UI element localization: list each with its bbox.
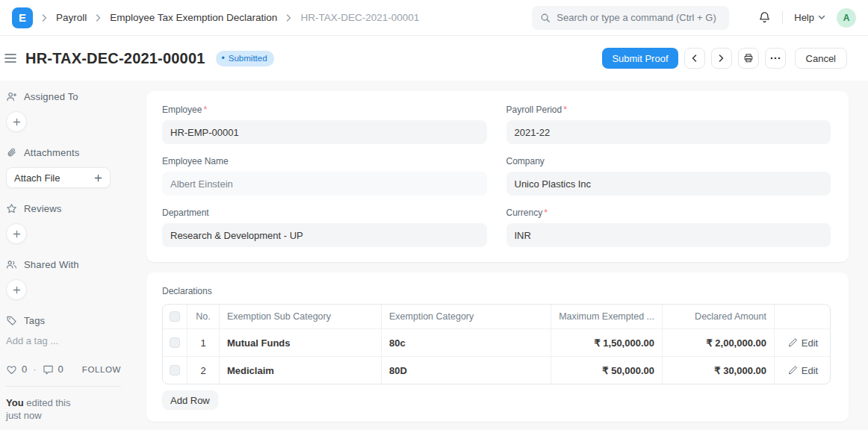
add-assignment-button[interactable] <box>6 111 27 132</box>
column-header-sub-category: Exemption Sub Category <box>220 305 382 328</box>
cancel-button[interactable]: Cancel <box>795 48 847 69</box>
page-body: Assigned To Attachments Attach File <box>0 81 868 430</box>
activity-info: You edited this just now <box>6 397 121 423</box>
user-avatar[interactable]: A <box>837 8 856 28</box>
column-header-declared-amount: Declared Amount <box>663 305 775 328</box>
cell-sub-category[interactable]: Mutual Funds <box>220 329 382 356</box>
add-row-button[interactable]: Add Row <box>162 390 218 410</box>
breadcrumb-item-payroll[interactable]: Payroll <box>56 12 87 23</box>
heart-icon[interactable] <box>6 364 17 375</box>
print-button[interactable] <box>738 48 759 69</box>
shared-with-label: Shared With <box>24 259 79 270</box>
company-input[interactable]: Unico Plastics Inc <box>506 172 831 196</box>
submit-proof-button[interactable]: Submit Proof <box>602 48 678 69</box>
cell-declared-amount[interactable]: ₹ 30,000.00 <box>663 357 775 384</box>
row-number: 1 <box>187 329 220 356</box>
comment-count: 0 <box>58 364 63 375</box>
required-marker: * <box>203 105 207 115</box>
declarations-table: No. Exemption Sub Category Exemption Cat… <box>162 304 831 384</box>
table-row[interactable]: 2 Mediclaim 80D ₹ 50,000.00 ₹ 30,000.00 … <box>163 356 830 384</box>
add-review-button[interactable] <box>6 223 27 244</box>
company-field: Company Unico Plastics Inc <box>506 156 831 196</box>
column-header-category: Exemption Category <box>382 305 551 328</box>
like-count: 0 <box>22 364 27 375</box>
search-icon <box>540 13 551 23</box>
declarations-section-label: Declarations <box>162 286 831 296</box>
paperclip-icon <box>6 147 17 158</box>
required-marker: * <box>544 208 548 218</box>
employee-name-input: Albert Einstein <box>162 172 487 196</box>
employee-field: Employee* HR-EMP-00001 <box>162 105 487 144</box>
reviews-section: Reviews <box>6 203 121 244</box>
select-all-checkbox[interactable] <box>170 311 180 322</box>
assigned-to-label: Assigned To <box>24 91 78 102</box>
field-label: Company <box>506 156 831 166</box>
page-title: HR-TAX-DEC-2021-00001 <box>25 50 205 67</box>
next-document-button[interactable] <box>711 48 732 69</box>
form-main: Employee* HR-EMP-00001 Payroll Period* 2… <box>142 81 868 430</box>
pencil-icon <box>788 338 797 347</box>
cell-max-exempted[interactable]: ₹ 1,50,000.00 <box>551 329 663 356</box>
comment-icon[interactable] <box>43 364 54 375</box>
reviews-label: Reviews <box>24 203 62 214</box>
field-label: Department <box>162 208 487 218</box>
edit-row-button[interactable]: Edit <box>788 337 818 349</box>
add-share-button[interactable] <box>6 279 27 300</box>
row-number: 2 <box>187 357 220 384</box>
activity-action: edited this <box>26 397 70 408</box>
attachments-label: Attachments <box>24 147 79 158</box>
sidebar-footer: 0 · 0 FOLLOW You edited this just now <box>6 364 121 423</box>
add-tag-input[interactable]: Add a tag ... <box>6 335 121 346</box>
follow-button[interactable]: FOLLOW <box>82 365 121 374</box>
global-search[interactable] <box>532 6 729 30</box>
chevron-down-icon <box>818 15 825 20</box>
cell-max-exempted[interactable]: ₹ 50,000.00 <box>551 357 663 384</box>
column-header-max-exempted: Maximum Exempted ... <box>551 305 663 328</box>
cell-category[interactable]: 80c <box>382 329 551 356</box>
field-label: Employee* <box>162 105 487 115</box>
navbar: E Payroll Employee Tax Exemption Declara… <box>0 0 868 36</box>
help-menu[interactable]: Help <box>794 12 825 23</box>
employee-name-field: Employee Name Albert Einstein <box>162 156 487 196</box>
activity-actor: You <box>6 397 24 408</box>
page-head: HR-TAX-DEC-2021-00001 • Submitted Submit… <box>0 36 868 81</box>
row-checkbox[interactable] <box>170 365 180 376</box>
chevron-right-icon <box>285 13 292 22</box>
status-badge: • Submitted <box>216 51 274 66</box>
currency-field: Currency* INR <box>506 208 831 247</box>
menu-dots-button[interactable] <box>765 48 786 69</box>
cell-sub-category[interactable]: Mediclaim <box>220 357 382 384</box>
field-label: Employee Name <box>162 156 487 166</box>
form-sidebar: Assigned To Attachments Attach File <box>0 81 142 430</box>
payroll-period-input[interactable]: 2021-22 <box>506 120 831 144</box>
department-input[interactable]: Research & Development - UP <box>162 223 487 247</box>
assign-user-icon <box>6 91 17 102</box>
currency-input[interactable]: INR <box>506 223 831 247</box>
tags-section: Tags Add a tag ... <box>6 315 121 346</box>
shared-with-section: Shared With <box>6 259 121 300</box>
status-label: Submitted <box>229 54 267 63</box>
divider <box>782 11 783 25</box>
details-card: Employee* HR-EMP-00001 Payroll Period* 2… <box>146 91 849 262</box>
search-input[interactable] <box>557 12 721 23</box>
notifications-bell-icon[interactable] <box>758 11 771 24</box>
cell-category[interactable]: 80D <box>382 357 551 384</box>
employee-input[interactable]: HR-EMP-00001 <box>162 120 487 144</box>
table-header-row: No. Exemption Sub Category Exemption Cat… <box>163 305 830 328</box>
payroll-period-field: Payroll Period* 2021-22 <box>506 105 831 144</box>
attach-file-button[interactable]: Attach File <box>6 167 111 188</box>
sidebar-toggle-icon[interactable] <box>3 50 18 66</box>
prev-document-button[interactable] <box>684 48 705 69</box>
plus-icon <box>94 174 102 182</box>
users-icon <box>6 259 17 270</box>
cell-declared-amount[interactable]: ₹ 2,00,000.00 <box>663 329 775 356</box>
table-row[interactable]: 1 Mutual Funds 80c ₹ 1,50,000.00 ₹ 2,00,… <box>163 328 830 356</box>
declarations-card: Declarations No. Exemption Sub Category … <box>146 272 849 422</box>
breadcrumb-item-doctype[interactable]: Employee Tax Exemption Declaration <box>110 12 277 23</box>
row-checkbox[interactable] <box>170 337 180 348</box>
pencil-icon <box>788 366 797 375</box>
edit-row-button[interactable]: Edit <box>788 365 818 376</box>
app-logo-icon[interactable]: E <box>12 7 33 28</box>
edit-label: Edit <box>802 365 818 376</box>
field-label: Currency* <box>506 208 831 218</box>
